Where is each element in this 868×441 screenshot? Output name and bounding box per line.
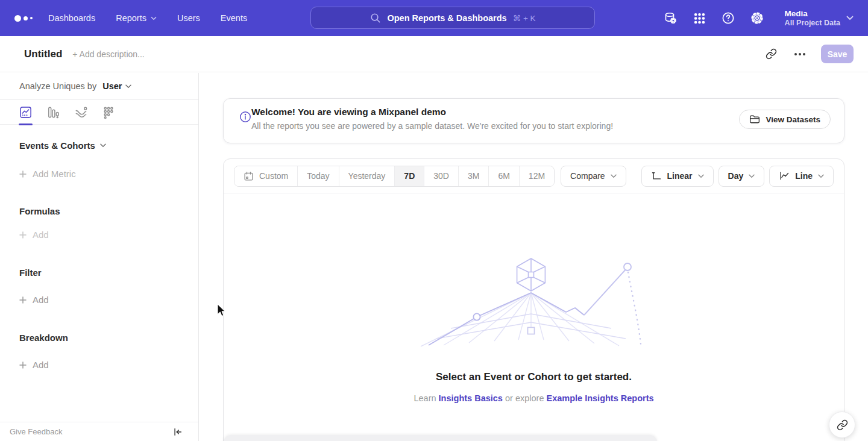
- nav-items: Dashboards Reports Users Events: [48, 13, 247, 23]
- formulas-label: Formulas: [19, 206, 60, 216]
- chevron-down-icon: [100, 143, 106, 148]
- logo-dot: [30, 17, 33, 19]
- chart-toolbar: Custom Today Yesterday 7D 30D 3M 6M 12M …: [224, 159, 844, 193]
- add-metric-button[interactable]: Add Metric: [19, 169, 198, 179]
- chevron-down-icon: [818, 174, 824, 178]
- interval-dropdown[interactable]: Day: [719, 166, 765, 187]
- plus-icon: [19, 170, 27, 178]
- chevron-down-icon: [698, 174, 704, 178]
- events-cohorts-section: Events & Cohorts Add Metric: [0, 140, 198, 179]
- report-title[interactable]: Untitled: [24, 48, 62, 60]
- add-filter-button[interactable]: Add: [19, 295, 198, 305]
- example-insights-reports-link[interactable]: Example Insights Reports: [546, 393, 653, 403]
- nav-item-dashboards[interactable]: Dashboards: [48, 13, 95, 23]
- interval-label: Day: [728, 171, 744, 181]
- add-label: Add: [33, 230, 49, 240]
- chart-type-dropdown[interactable]: Line: [769, 166, 834, 187]
- plus-icon: [19, 296, 27, 304]
- more-options-icon[interactable]: [792, 46, 808, 62]
- search-icon: [370, 12, 381, 23]
- range-today[interactable]: Today: [298, 166, 339, 186]
- logo-dot: [24, 16, 28, 20]
- add-formula-button[interactable]: Add: [19, 230, 198, 240]
- chart-type-label: Line: [795, 171, 813, 181]
- analyze-by-dropdown[interactable]: User: [102, 81, 131, 91]
- nav-label: Users: [177, 13, 200, 23]
- gear-icon[interactable]: [750, 11, 765, 26]
- folder-icon: [749, 114, 760, 124]
- project-scope: All Project Data: [785, 19, 840, 28]
- learn-text: Learn: [414, 393, 436, 403]
- insights-chart-card: Custom Today Yesterday 7D 30D 3M 6M 12M …: [223, 158, 844, 441]
- save-button[interactable]: Save: [821, 45, 854, 63]
- apps-grid-icon[interactable]: [692, 11, 707, 26]
- nav-item-events[interactable]: Events: [221, 13, 247, 23]
- scale-dropdown[interactable]: Linear: [641, 166, 714, 187]
- empty-state: Select an Event or Cohort to get started…: [224, 255, 844, 403]
- breakdown-section: Breakdown Add: [0, 333, 198, 370]
- calendar-icon: [244, 171, 254, 181]
- view-datasets-button[interactable]: View Datasets: [739, 110, 831, 129]
- chart-display-controls: Linear Day Line: [641, 166, 834, 187]
- filter-label: Filter: [19, 267, 42, 278]
- data-icon[interactable]: [663, 11, 678, 26]
- bars-icon[interactable]: [46, 105, 60, 119]
- empty-state-subtitle: Learn Insights Basics or explore Example…: [224, 393, 844, 403]
- range-30d[interactable]: 30D: [424, 166, 459, 186]
- add-breakdown-button[interactable]: Add: [19, 360, 198, 370]
- active-tab-indicator: [19, 124, 33, 125]
- chevron-down-icon: [151, 16, 157, 20]
- metric-type-tabs: [0, 100, 198, 125]
- nav-label: Reports: [116, 13, 146, 23]
- range-label: 6M: [498, 171, 509, 181]
- formulas-section: Formulas Add: [0, 206, 198, 240]
- nav-right-group: Media All Project Data: [663, 0, 868, 36]
- copy-link-icon[interactable]: [763, 46, 779, 62]
- range-12m[interactable]: 12M: [520, 166, 554, 186]
- mixpanel-logo-icon[interactable]: [14, 15, 41, 22]
- give-feedback-link[interactable]: Give Feedback: [10, 427, 62, 436]
- scale-label: Linear: [667, 171, 693, 181]
- chevron-down-icon: [611, 174, 617, 178]
- compare-label: Compare: [570, 171, 605, 181]
- date-range-segmented-control: Custom Today Yesterday 7D 30D 3M 6M 12M: [234, 166, 555, 187]
- retention-icon[interactable]: [101, 105, 116, 119]
- insights-icon[interactable]: [18, 105, 33, 119]
- empty-state-title: Select an Event or Cohort to get started…: [224, 371, 844, 383]
- project-switcher[interactable]: Media All Project Data: [785, 8, 854, 28]
- share-link-fab[interactable]: [829, 411, 855, 438]
- top-navigation: Dashboards Reports Users Events Open Rep…: [0, 0, 868, 36]
- breakdown-table-panel-edge: [224, 435, 657, 441]
- collapse-sidebar-icon[interactable]: [173, 427, 183, 437]
- nav-item-users[interactable]: Users: [177, 13, 200, 23]
- info-icon: [239, 111, 251, 125]
- flows-icon[interactable]: [74, 105, 88, 119]
- link-icon: [837, 419, 848, 431]
- chevron-down-icon: [125, 84, 131, 89]
- range-6m[interactable]: 6M: [489, 166, 519, 186]
- analyze-row: Analyze Uniques by User: [0, 73, 198, 100]
- range-3m[interactable]: 3M: [459, 166, 489, 186]
- compare-dropdown[interactable]: Compare: [561, 166, 626, 187]
- nav-item-reports[interactable]: Reports: [116, 13, 157, 23]
- insights-basics-link[interactable]: Insights Basics: [439, 393, 503, 403]
- sidebar-footer: Give Feedback: [0, 422, 198, 441]
- range-label: 30D: [433, 171, 449, 181]
- range-label: Yesterday: [348, 171, 386, 181]
- search-placeholder: Open Reports & Dashboards: [387, 13, 506, 23]
- range-custom[interactable]: Custom: [234, 166, 298, 186]
- add-description-field[interactable]: + Add description...: [72, 49, 144, 59]
- help-icon[interactable]: [721, 11, 736, 26]
- query-builder-sidebar: Analyze Uniques by User: [0, 73, 199, 441]
- range-label: 3M: [468, 171, 479, 181]
- range-yesterday[interactable]: Yesterday: [339, 166, 395, 186]
- add-label: Add: [33, 360, 49, 370]
- welcome-banner: Welcome! You are viewing a Mixpanel demo…: [223, 98, 844, 143]
- mixpanel-insights-screen: Dashboards Reports Users Events Open Rep…: [0, 0, 868, 441]
- range-7d-selected[interactable]: 7D: [395, 166, 424, 186]
- search-input[interactable]: Open Reports & Dashboards ⌘ + K: [310, 7, 595, 29]
- chevron-down-icon: [846, 16, 854, 20]
- nav-label: Events: [221, 13, 247, 23]
- report-header: Untitled + Add description... Save: [0, 36, 868, 72]
- events-cohorts-header[interactable]: Events & Cohorts: [19, 140, 198, 151]
